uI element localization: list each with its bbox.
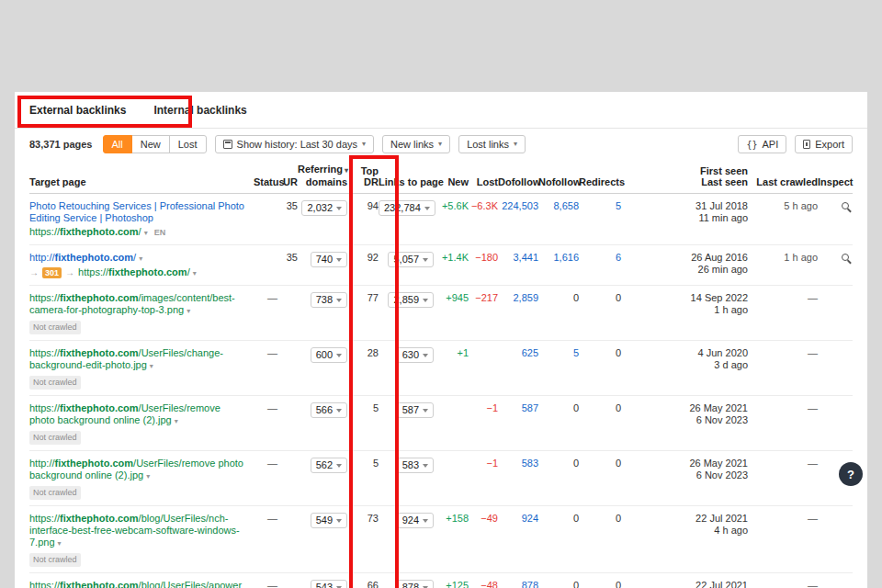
show-history-button[interactable]: Show history: Last 30 days ▾ <box>215 135 374 153</box>
count-link[interactable]: 1,616 <box>553 252 579 263</box>
last-seen-value: 11 min ago <box>621 212 748 224</box>
col-header-top-dr[interactable]: Top DR <box>347 160 379 194</box>
top-dr-value: 5 <box>373 458 379 469</box>
links-to-page-dropdown[interactable]: 924 <box>397 513 434 528</box>
cell-dofollow: 224,503 <box>498 194 538 245</box>
count-link[interactable]: 878 <box>522 580 538 588</box>
cell-links-to-page: 878 <box>379 573 434 588</box>
first-seen-label: First seen <box>621 165 748 176</box>
col-header-status[interactable]: Status <box>254 160 277 194</box>
target-page-link[interactable]: https://fixthephoto.com/UserFiles/remove… <box>29 402 220 425</box>
cell-nofollow: 0 <box>538 506 579 573</box>
help-button[interactable]: ? <box>839 462 863 486</box>
count-value: 0 <box>573 513 579 524</box>
cell-first-last-seen: 26 May 20216 Nov 2023 <box>621 451 748 506</box>
target-page-link[interactable]: http://fixthephoto.com/ <box>29 252 136 263</box>
desktop-background: External backlinks Internal backlinks 83… <box>0 0 882 588</box>
links-to-page-dropdown[interactable]: 878 <box>397 580 434 588</box>
cell-referring-domains: 566 <box>298 396 347 451</box>
target-url-link[interactable]: https://fixthephoto.com/ <box>29 226 141 237</box>
filter-all-button[interactable]: All <box>103 135 132 153</box>
export-label: Export <box>815 139 844 150</box>
count-link[interactable]: 625 <box>522 347 538 358</box>
links-to-page-dropdown[interactable]: 232,784 <box>379 200 435 216</box>
redirect-target-link[interactable]: https://fixthephoto.com/ <box>78 266 190 277</box>
dropdown-caret-icon <box>423 354 428 357</box>
cell-target-page: https://fixthephoto.com/UserFiles/change… <box>29 341 254 396</box>
col-header-links-to-page[interactable]: Links to page <box>379 160 434 194</box>
tab-external-backlinks[interactable]: External backlinks <box>29 104 126 117</box>
target-page-link[interactable]: Photo Retouching Services | Professional… <box>29 200 244 223</box>
new-links-button[interactable]: New links ▾ <box>382 135 450 153</box>
chevron-down-icon[interactable]: ▾ <box>139 254 142 263</box>
links-to-page-dropdown[interactable]: 583 <box>397 458 434 473</box>
cell-referring-domains: 600 <box>298 341 347 396</box>
referring-domains-dropdown[interactable]: 566 <box>311 402 347 418</box>
referring-domains-dropdown[interactable]: 738 <box>311 292 347 308</box>
count-link[interactable]: 6 <box>616 252 621 263</box>
target-page-link[interactable]: https://fixthephoto.com/UserFiles/change… <box>29 347 223 370</box>
count-link[interactable]: 587 <box>522 402 538 413</box>
col-header-last-crawled[interactable]: Last crawled <box>748 160 818 194</box>
links-to-page-dropdown[interactable]: 587 <box>397 402 434 418</box>
col-header-inspect: Inspect <box>818 160 853 194</box>
cell-dofollow: 625 <box>498 341 538 396</box>
filter-lost-button[interactable]: Lost <box>169 135 207 153</box>
dropdown-caret-icon <box>336 258 342 262</box>
col-header-referring-domains[interactable]: Referring▾ domains <box>298 160 347 194</box>
referring-domains-dropdown[interactable]: 740 <box>311 252 347 267</box>
links-to-page-dropdown[interactable]: 630 <box>397 347 434 363</box>
target-page-link[interactable]: https://fixthephoto.com/blog/UserFiles/a… <box>29 580 242 588</box>
domains-label: domains <box>298 176 347 187</box>
target-page-link[interactable]: https://fixthephoto.com/images/content/b… <box>29 292 235 315</box>
count-link[interactable]: 3,441 <box>513 252 538 263</box>
count-link[interactable]: 8,658 <box>553 200 579 211</box>
referring-domains-dropdown[interactable]: 2,032 <box>301 200 347 216</box>
target-page-link[interactable]: http://fixthephoto.com/UserFiles/remove … <box>29 458 243 481</box>
col-header-dofollow[interactable]: Dofollow <box>498 160 538 194</box>
col-header-lost[interactable]: Lost <box>469 160 498 194</box>
new-value: +5.6K <box>442 200 469 211</box>
chevron-down-icon[interactable]: ▾ <box>144 229 148 237</box>
cell-ur <box>277 286 298 341</box>
count-link[interactable]: 583 <box>522 458 538 469</box>
chevron-down-icon[interactable]: ▾ <box>193 269 197 277</box>
inspect-icon[interactable] <box>842 202 849 209</box>
filter-new-button[interactable]: New <box>131 135 170 153</box>
referring-domains-dropdown[interactable]: 600 <box>311 347 347 363</box>
count-link[interactable]: 224,503 <box>502 200 538 211</box>
export-button[interactable]: Export <box>795 135 853 153</box>
referring-domains-dropdown[interactable]: 549 <box>311 513 347 528</box>
count-link[interactable]: 5 <box>573 347 579 358</box>
count-link[interactable]: 5 <box>616 200 621 211</box>
col-header-redirects[interactable]: Redirects <box>579 160 621 194</box>
links-to-page-dropdown[interactable]: 2,859 <box>388 292 434 308</box>
chevron-down-icon[interactable]: ▾ <box>58 539 62 548</box>
chevron-down-icon[interactable]: ▾ <box>187 307 190 315</box>
cell-lost: −1 <box>469 396 498 451</box>
referring-domains-dropdown[interactable]: 543 <box>311 580 347 588</box>
lost-value: −1 <box>486 458 498 469</box>
count-link[interactable]: 2,859 <box>513 292 538 303</box>
dropdown-caret-icon <box>423 519 428 523</box>
inspect-icon[interactable] <box>842 254 849 261</box>
tab-internal-backlinks[interactable]: Internal backlinks <box>153 104 246 117</box>
links-to-page-dropdown[interactable]: 5,057 <box>388 252 434 267</box>
cell-target-page: Photo Retouching Services | Professional… <box>29 194 254 245</box>
chevron-down-icon[interactable]: ▾ <box>150 362 153 370</box>
new-value: +1 <box>457 347 469 358</box>
cell-new: +1.4K <box>434 245 469 286</box>
col-header-first-last-seen[interactable]: First seen Last seen <box>621 160 748 194</box>
chevron-down-icon[interactable]: ▾ <box>146 472 150 481</box>
cell-top-dr: 5 <box>347 396 379 451</box>
count-link[interactable]: 924 <box>522 513 538 524</box>
api-button[interactable]: {} API <box>738 135 786 153</box>
table-row: http://fixthephoto.com/▾→301→https://fix… <box>29 245 853 286</box>
chevron-down-icon[interactable]: ▾ <box>175 417 178 425</box>
cell-dofollow: 2,859 <box>498 286 538 341</box>
col-header-target-page[interactable]: Target page <box>29 160 254 194</box>
referring-domains-dropdown[interactable]: 562 <box>311 458 347 473</box>
col-header-nofollow[interactable]: Nofollow <box>538 160 579 194</box>
cell-redirects: 0 <box>579 396 621 451</box>
lost-links-button[interactable]: Lost links ▾ <box>458 135 526 153</box>
